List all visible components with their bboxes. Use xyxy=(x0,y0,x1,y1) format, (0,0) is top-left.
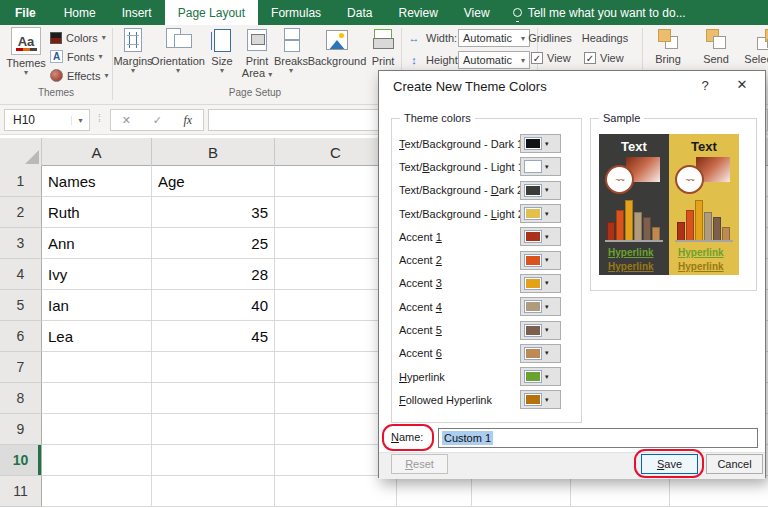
headings-label: Headings xyxy=(580,29,630,46)
cell-a2[interactable]: Ruth xyxy=(42,197,152,228)
theme-item-accent1: Accent 1 ▾ xyxy=(392,225,581,248)
color-swatch-dropdown[interactable]: ▾ xyxy=(520,181,561,200)
cell-b4[interactable]: 28 xyxy=(152,259,275,290)
tab-review[interactable]: Review xyxy=(385,0,450,25)
color-swatch-dropdown[interactable]: ▾ xyxy=(520,344,561,363)
cell-a4[interactable]: Ivy xyxy=(42,259,152,290)
tab-file[interactable]: File xyxy=(0,0,51,25)
cell-a5[interactable]: Ian xyxy=(42,290,152,321)
row-header-1[interactable]: 1 xyxy=(0,166,42,197)
width-dropdown[interactable]: Automatic ▾ xyxy=(458,29,530,47)
gridlines-view-checkbox[interactable]: ✓ View xyxy=(531,49,571,66)
name-box[interactable]: H10 ▾ xyxy=(4,109,90,131)
size-button[interactable]: Size ▾ xyxy=(204,27,240,74)
selection-pane-button[interactable]: Selection xyxy=(742,27,768,65)
cancel-button[interactable]: Cancel xyxy=(706,454,763,474)
theme-colors-button[interactable]: Colors ▾ xyxy=(50,29,106,46)
cell-b1[interactable]: Age xyxy=(152,166,275,197)
cell[interactable] xyxy=(397,476,472,507)
theme-name-input[interactable]: Custom 1 xyxy=(438,428,758,448)
row-header-6[interactable]: 6 xyxy=(0,321,42,352)
breaks-button[interactable]: Breaks ▾ xyxy=(274,27,308,74)
close-icon[interactable]: ✕ xyxy=(733,77,751,92)
color-swatch-dropdown[interactable]: ▾ xyxy=(520,204,561,223)
row-header-7[interactable]: 7 xyxy=(0,352,42,383)
cell-a1[interactable]: Names xyxy=(42,166,152,197)
color-swatch-dropdown[interactable]: ▾ xyxy=(520,251,561,270)
insert-function-icon[interactable]: fx xyxy=(184,113,193,128)
tab-view[interactable]: View xyxy=(451,0,503,25)
bring-forward-button[interactable]: Bring xyxy=(648,27,688,65)
row-header-11[interactable]: 11 xyxy=(0,476,42,507)
row-header-3[interactable]: 3 xyxy=(0,228,42,259)
cell-b11[interactable] xyxy=(152,476,275,507)
tab-insert[interactable]: Insert xyxy=(109,0,165,25)
select-all-corner[interactable] xyxy=(0,138,42,166)
color-sample xyxy=(524,277,542,290)
help-icon[interactable]: ? xyxy=(697,78,713,93)
color-sample xyxy=(524,347,542,360)
tab-formulas[interactable]: Formulas xyxy=(258,0,334,25)
color-swatch-dropdown[interactable]: ▾ xyxy=(520,367,561,386)
bar xyxy=(713,217,721,240)
resize-dots-icon[interactable]: ⁞ xyxy=(98,113,102,124)
cell-a9[interactable] xyxy=(42,414,152,445)
tell-me-box[interactable]: Tell me what you want to do... xyxy=(503,0,686,25)
cell-b8[interactable] xyxy=(152,383,275,414)
cell-a3[interactable]: Ann xyxy=(42,228,152,259)
theme-fonts-button[interactable]: A Fonts ▾ xyxy=(50,48,103,65)
cell-b5[interactable]: 40 xyxy=(152,290,275,321)
cell[interactable] xyxy=(472,476,571,507)
cell-b9[interactable] xyxy=(152,414,275,445)
color-swatch-dropdown[interactable]: ▾ xyxy=(520,321,561,340)
checkbox-checked-icon: ✓ xyxy=(531,52,543,64)
print-area-button[interactable]: Print Area ▾ xyxy=(240,27,274,79)
color-swatch-dropdown[interactable]: ▾ xyxy=(520,134,561,153)
color-swatch-dropdown[interactable]: ▾ xyxy=(520,157,561,176)
cancel-entry-icon[interactable]: ✕ xyxy=(122,114,131,127)
theme-effects-button[interactable]: Effects ▾ xyxy=(50,67,108,84)
print-titles-button[interactable]: Print xyxy=(366,27,400,67)
cell-a7[interactable] xyxy=(42,352,152,383)
column-header-a[interactable]: A xyxy=(42,138,152,166)
color-swatch-dropdown[interactable]: ▾ xyxy=(520,297,561,316)
cell-c11[interactable] xyxy=(275,476,397,507)
background-button[interactable]: Background xyxy=(308,27,366,67)
sample-hyperlink: Hyperlink xyxy=(608,247,654,258)
save-button[interactable]: Save xyxy=(641,454,698,474)
cell-b7[interactable] xyxy=(152,352,275,383)
cell-b2[interactable]: 35 xyxy=(152,197,275,228)
cell-a11[interactable] xyxy=(42,476,152,507)
column-header-b[interactable]: B xyxy=(152,138,275,166)
cell[interactable] xyxy=(670,476,768,507)
cell[interactable] xyxy=(571,476,670,507)
orientation-button[interactable]: Orientation ▾ xyxy=(152,27,204,74)
color-swatch-dropdown[interactable]: ▾ xyxy=(520,227,561,246)
row-header-8[interactable]: 8 xyxy=(0,383,42,414)
row-header-5[interactable]: 5 xyxy=(0,290,42,321)
cell-a10[interactable] xyxy=(42,445,152,476)
tab-data[interactable]: Data xyxy=(334,0,385,25)
color-swatch-dropdown[interactable]: ▾ xyxy=(520,274,561,293)
cell-b3[interactable]: 25 xyxy=(152,228,275,259)
cell-a8[interactable] xyxy=(42,383,152,414)
margins-button[interactable]: Margins ▾ xyxy=(114,27,152,74)
tab-home[interactable]: Home xyxy=(51,0,109,25)
height-label: Height: xyxy=(426,54,461,66)
send-backward-button[interactable]: Send xyxy=(696,27,736,65)
cell-a6[interactable]: Lea xyxy=(42,321,152,352)
row-header-9[interactable]: 9 xyxy=(0,414,42,445)
reset-button[interactable]: Reset xyxy=(391,454,448,474)
height-dropdown[interactable]: Automatic ▾ xyxy=(458,51,530,69)
cell-b6[interactable]: 45 xyxy=(152,321,275,352)
send-backward-icon xyxy=(704,27,728,51)
themes-button[interactable]: Aa Themes ▾ xyxy=(4,27,48,76)
row-header-2[interactable]: 2 xyxy=(0,197,42,228)
confirm-entry-icon[interactable]: ✓ xyxy=(153,114,162,127)
row-header-10-active[interactable]: 10 xyxy=(0,445,42,476)
row-header-4[interactable]: 4 xyxy=(0,259,42,290)
headings-view-checkbox[interactable]: ✓ View xyxy=(584,49,624,66)
tab-page-layout[interactable]: Page Layout xyxy=(165,0,258,25)
color-swatch-dropdown[interactable]: ▾ xyxy=(520,390,561,409)
cell-b10[interactable] xyxy=(152,445,275,476)
